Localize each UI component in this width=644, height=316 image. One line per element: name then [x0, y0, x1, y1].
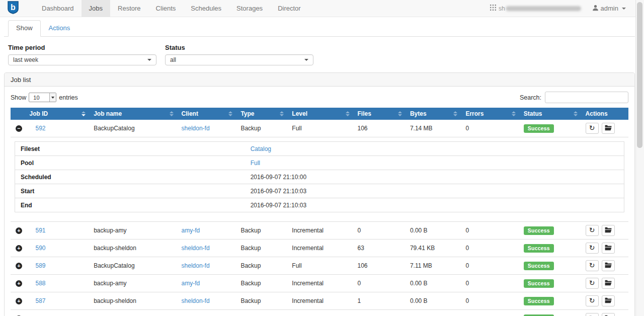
job-id-link[interactable]: 590	[35, 245, 45, 252]
restore-job-button[interactable]	[602, 295, 615, 306]
column-header-level[interactable]: Level	[288, 108, 353, 120]
entries-select[interactable]: 10	[29, 93, 56, 102]
expand-row-toggle[interactable]: +	[16, 263, 22, 269]
cell-files: 106	[354, 257, 406, 275]
nav-item-storages[interactable]: Storages	[229, 0, 270, 17]
cell-level: Full	[288, 257, 353, 275]
svg-text:b: b	[11, 3, 16, 12]
job-id-link[interactable]: 588	[35, 280, 45, 287]
expand-row-toggle[interactable]: +	[16, 245, 22, 252]
cell-files: 63	[354, 240, 406, 257]
restore-job-button[interactable]	[602, 243, 615, 254]
client-link[interactable]: amy-fd	[182, 227, 200, 234]
column-header-job-id[interactable]: Job ID	[25, 108, 90, 120]
restore-job-button[interactable]	[602, 278, 615, 289]
column-header-client[interactable]: Client	[178, 108, 237, 120]
scrollbar[interactable]	[635, 0, 644, 316]
expand-row-toggle[interactable]: −	[16, 125, 22, 132]
sort-icon[interactable]	[82, 111, 86, 116]
cell-bytes: 7.09 MB	[406, 310, 462, 316]
search-input[interactable]	[545, 92, 628, 103]
status-badge: Success	[524, 297, 554, 305]
rerun-job-button[interactable]: ↻	[586, 278, 599, 289]
cell-level: Full	[288, 310, 353, 316]
host-name-redacted	[506, 6, 581, 11]
column-header-files[interactable]: Files	[354, 108, 406, 120]
rerun-icon: ↻	[589, 226, 595, 233]
column-header-actions[interactable]: Actions	[582, 108, 628, 120]
job-id-link[interactable]: 589	[35, 262, 45, 269]
sort-icon[interactable]	[228, 111, 232, 116]
brand-logo[interactable]: b	[7, 0, 19, 17]
restore-job-button[interactable]	[602, 123, 615, 134]
column-header-errors[interactable]: Errors	[461, 108, 519, 120]
rerun-job-button[interactable]: ↻	[586, 295, 599, 306]
job-id-link[interactable]: 592	[35, 125, 45, 132]
detail-label: Fileset	[15, 142, 247, 156]
nav-item-dashboard[interactable]: Dashboard	[34, 0, 82, 17]
detail-value-link[interactable]: Catalog	[251, 145, 271, 152]
nav-item-director[interactable]: Director	[270, 0, 308, 17]
sort-icon[interactable]	[346, 111, 350, 116]
client-link[interactable]: sheldon-fd	[182, 245, 210, 252]
cell-bytes: 0.00 B	[406, 275, 462, 292]
cell-job-name: backup-sheldon	[90, 292, 177, 310]
cell-files: 0	[354, 275, 406, 292]
table-row: + 586 BackupCatalog sheldon-fd Backup Fu…	[11, 310, 628, 316]
scrollbar-thumb[interactable]	[637, 2, 642, 148]
column-header-status[interactable]: Status	[520, 108, 582, 120]
column-header-type[interactable]: Type	[236, 108, 288, 120]
cell-type: Backup	[236, 222, 288, 240]
tab-actions[interactable]: Actions	[41, 20, 78, 37]
column-header-bytes[interactable]: Bytes	[406, 108, 462, 120]
sort-icon[interactable]	[453, 111, 457, 116]
sort-icon[interactable]	[574, 111, 578, 116]
time-period-select[interactable]: last week	[8, 54, 156, 65]
detail-label: Scheduled	[15, 170, 247, 184]
restore-job-button[interactable]	[602, 225, 615, 236]
cell-bytes: 7.11 MB	[406, 257, 462, 275]
cell-files: 0	[354, 222, 406, 240]
cell-bytes: 79.41 KB	[406, 240, 462, 257]
nav-item-clients[interactable]: Clients	[148, 0, 184, 17]
page: b Dashboard Jobs Restore Clients Schedul…	[0, 0, 639, 316]
nav-item-restore[interactable]: Restore	[110, 0, 148, 17]
job-list-panel: Job list Show 10 entries Search:	[4, 72, 635, 316]
expand-row-toggle[interactable]: +	[16, 280, 22, 287]
client-link[interactable]: sheldon-fd	[182, 262, 210, 269]
job-id-link[interactable]: 591	[35, 227, 45, 234]
cell-level: Incremental	[288, 275, 353, 292]
nav-item-jobs[interactable]: Jobs	[82, 0, 110, 17]
rerun-job-button[interactable]: ↻	[586, 260, 599, 271]
sort-icon[interactable]	[398, 111, 402, 116]
cell-level: Full	[288, 120, 353, 137]
job-detail-table: Fileset Catalog Pool Full Scheduled 2016…	[15, 141, 624, 212]
restore-job-button[interactable]	[602, 313, 615, 316]
tab-show[interactable]: Show	[8, 20, 41, 37]
table-row: + 589 BackupCatalog sheldon-fd Backup Fu…	[11, 257, 628, 275]
panel-body: Show 10 entries Search:	[5, 87, 634, 316]
client-link[interactable]: sheldon-fd	[182, 297, 210, 304]
jobs-tbody: − 592 BackupCatalog sheldon-fd Backup Fu…	[11, 120, 628, 316]
column-header-job-name[interactable]: Job name	[90, 108, 177, 120]
nav-item-schedules[interactable]: Schedules	[183, 0, 229, 17]
expand-row-toggle[interactable]: +	[16, 298, 22, 304]
sort-icon[interactable]	[280, 111, 284, 116]
client-link[interactable]: amy-fd	[182, 280, 200, 287]
caret-down-icon	[622, 8, 626, 10]
rerun-job-button[interactable]: ↻	[586, 313, 599, 316]
expand-row-toggle[interactable]: +	[16, 227, 22, 234]
rerun-job-button[interactable]: ↻	[586, 123, 599, 134]
detail-row: Fileset Catalog	[15, 142, 624, 156]
status-select[interactable]: all	[165, 54, 313, 65]
user-menu[interactable]: admin	[592, 5, 626, 13]
job-id-link[interactable]: 587	[35, 297, 45, 304]
rerun-job-button[interactable]: ↻	[586, 243, 599, 254]
client-link[interactable]: sheldon-fd	[182, 125, 210, 132]
restore-job-button[interactable]	[602, 260, 615, 271]
rerun-job-button[interactable]: ↻	[586, 225, 599, 236]
detail-value-link[interactable]: Full	[251, 160, 260, 167]
sort-icon[interactable]	[512, 111, 516, 116]
director-host[interactable]: sh	[490, 5, 581, 12]
sort-icon[interactable]	[170, 111, 174, 116]
